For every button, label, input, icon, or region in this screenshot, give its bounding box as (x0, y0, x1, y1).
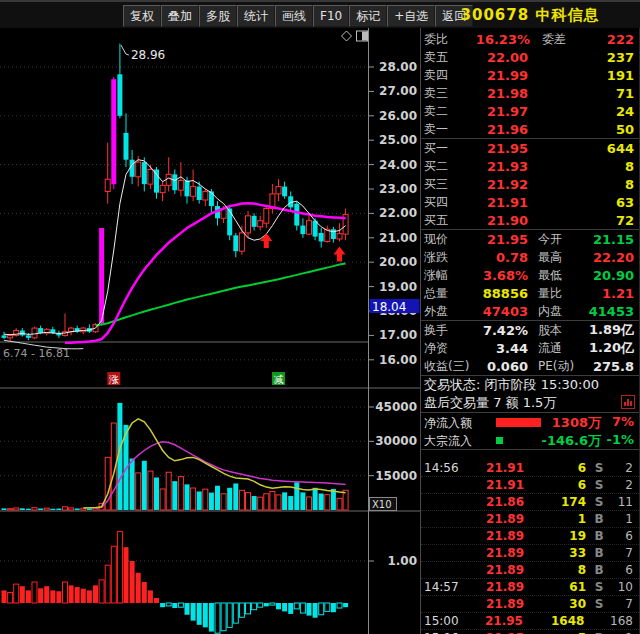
stock-title: 300678 中科信息 (420, 2, 640, 28)
toolbar: 复权 叠加 多股 统计 画线 F10 标记 +自选 返回 300678 中科信息 (0, 0, 640, 28)
sell-row-4[interactable]: 卖四 21.99 191 (421, 66, 639, 84)
svg-text:30000: 30000 (375, 434, 417, 448)
net-inflow-bar (496, 418, 541, 427)
tick-row: 15:0021.951648168 (421, 613, 639, 630)
stock-chart[interactable]: 28.96涨减6.74 - 16.8128.0027.0026.0025.002… (0, 28, 420, 634)
sell-row-2[interactable]: 卖二 21.97 24 (421, 102, 639, 120)
svg-text:23.00: 23.00 (379, 182, 417, 196)
tick-row: 14:5621.916S2 (421, 460, 639, 477)
sell-row-5[interactable]: 卖五 22.00 237 (421, 48, 639, 66)
tick-row: 21.898B6 (421, 562, 639, 579)
sell-row-1[interactable]: 卖一 21.96 50 (421, 120, 639, 138)
svg-text:28.96: 28.96 (131, 48, 165, 62)
sell-row-3[interactable]: 卖三 21.98 71 (421, 84, 639, 102)
buy-row-3[interactable]: 买三 21.92 8 (421, 175, 639, 193)
svg-text:1.00: 1.00 (387, 554, 417, 568)
svg-text:21.00: 21.00 (379, 231, 417, 245)
multi-stock-button[interactable]: 多股 (199, 5, 237, 27)
weibi-value: 16.23% (468, 32, 530, 47)
info-row: 总量 88856 量比 1.21 (421, 284, 639, 302)
weibi-row: 委比 16.23% 委差 222 (421, 30, 639, 48)
svg-text:15000: 15000 (375, 469, 417, 483)
tick-row: 21.8930S7 (421, 596, 639, 613)
svg-text:X10: X10 (372, 499, 392, 510)
buy-row-1[interactable]: 买一 21.95 644 (421, 139, 639, 157)
svg-text:19.00: 19.00 (379, 280, 417, 294)
svg-text:16.00: 16.00 (379, 353, 417, 367)
info-row: 净资 3.44 流通 1.20亿 (421, 339, 639, 357)
svg-text:24.00: 24.00 (379, 158, 417, 172)
weibi-label: 委比 (421, 31, 468, 48)
svg-text:6.74 - 16.81: 6.74 - 16.81 (3, 347, 70, 360)
weicha-label: 委差 (530, 31, 566, 48)
tick-row: 14:5721.8961S10 (421, 579, 639, 596)
afterhours-text: 盘后交易量 7 额 1.5万 (424, 394, 556, 412)
weicha-value: 222 (566, 32, 639, 47)
info-row: 涨幅 3.68% 最低 20.90 (421, 266, 639, 284)
draw-line-button[interactable]: 画线 (275, 5, 313, 27)
quote-panel: 委比 16.23% 委差 222 卖五 22.00 237 卖四 21.99 1… (420, 28, 640, 634)
svg-text:28.00: 28.00 (379, 60, 417, 74)
net-inflow-row: 净流入额 1308万 7% (421, 413, 639, 431)
svg-text:27.00: 27.00 (379, 84, 417, 98)
svg-text:涨: 涨 (109, 374, 119, 385)
tick-row: 21.8933B7 (421, 545, 639, 562)
tick-row: 21.86174S11 (421, 494, 639, 511)
statistics-button[interactable]: 统计 (237, 5, 275, 27)
trade-status: 交易状态: 闭市阶段 15:30:00 (421, 376, 639, 394)
tick-row: 21.891B1 (421, 511, 639, 528)
svg-text:26.00: 26.00 (379, 109, 417, 123)
tick-row: 15:0621.955B1 (421, 630, 639, 634)
block-inflow-bar (496, 437, 503, 444)
block-inflow-row: 大宗流入 -146.6万 -1% (421, 431, 639, 449)
app-window: 复权 叠加 多股 统计 画线 F10 标记 +自选 返回 300678 中科信息… (0, 0, 640, 634)
info-row: 现价 21.95 今开 21.15 (421, 230, 639, 248)
buy-row-2[interactable]: 买二 21.93 8 (421, 157, 639, 175)
info-row: 外盘 47403 内盘 41453 (421, 302, 639, 320)
buy-row-5[interactable]: 买五 21.90 72 (421, 211, 639, 229)
info-row: 换手 7.42% 股本 1.89亿 (421, 321, 639, 339)
svg-text:22.00: 22.00 (379, 206, 417, 220)
overlay-button[interactable]: 叠加 (161, 5, 199, 27)
svg-text:20.00: 20.00 (379, 255, 417, 269)
tick-row: 21.8919B6 (421, 528, 639, 545)
afterhours-row: 盘后交易量 7 额 1.5万 (421, 394, 639, 412)
f10-button[interactable]: F10 (313, 5, 349, 27)
afterhours-chart-icon[interactable] (621, 395, 635, 412)
buy-row-4[interactable]: 买四 21.91 63 (421, 193, 639, 211)
tick-row: 21.916S2 (421, 477, 639, 494)
info-row: 收益(三) 0.060 PE(动) 275.8 (421, 357, 639, 375)
stock-code: 300678 (461, 6, 530, 24)
stock-name: 中科信息 (535, 6, 599, 24)
svg-text:18.04: 18.04 (372, 300, 406, 314)
svg-text:17.00: 17.00 (379, 328, 417, 342)
svg-text:减: 减 (274, 374, 284, 385)
svg-text:25.00: 25.00 (379, 133, 417, 147)
restore-rights-button[interactable]: 复权 (123, 5, 161, 27)
info-row: 涨跌 0.78 最高 22.20 (421, 248, 639, 266)
svg-text:45000: 45000 (375, 400, 417, 414)
mark-button[interactable]: 标记 (349, 5, 387, 27)
